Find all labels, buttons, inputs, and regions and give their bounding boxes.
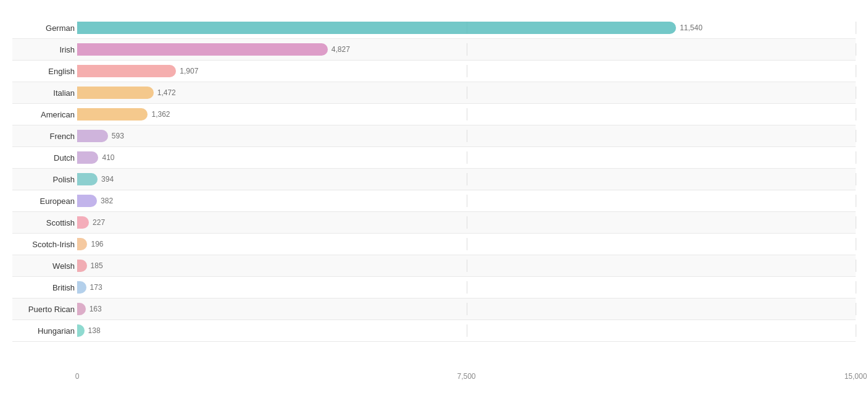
bar-row: Scottish227: [12, 212, 856, 234]
axis-area: 07,50015,000: [77, 372, 856, 384]
bar-fill: 163: [77, 303, 86, 315]
bar-row: European382: [12, 190, 856, 212]
bar-row: German11,540: [12, 17, 856, 39]
bar-row: Dutch410: [12, 147, 856, 169]
bar-track: 1,362: [77, 108, 856, 121]
bar-value-label: 410: [102, 153, 114, 162]
bar-value-label: 4,827: [332, 45, 350, 54]
bar-value-label: 196: [91, 240, 103, 248]
axis-label: 15,000: [845, 372, 867, 381]
bar-label: German: [12, 23, 77, 33]
bar-value-label: 11,540: [680, 23, 703, 32]
bar-track: 382: [77, 195, 856, 207]
bar-fill: 382: [77, 195, 97, 207]
bar-value-label: 185: [91, 261, 103, 270]
bar-row: Italian1,472: [12, 82, 856, 104]
bar-row: Puerto Rican163: [12, 298, 856, 320]
bar-label: Scottish: [12, 218, 77, 227]
bar-track: 173: [77, 281, 856, 294]
bar-row: Scotch-Irish196: [12, 234, 856, 255]
bar-track: 196: [77, 238, 856, 250]
bar-label: French: [12, 132, 77, 141]
bar-label: Italian: [12, 88, 77, 98]
bar-fill: 1,907: [77, 65, 176, 77]
bar-row: British173: [12, 277, 856, 298]
bar-value-label: 227: [93, 218, 105, 227]
bar-label: Polish: [12, 175, 77, 184]
bar-label: Irish: [12, 45, 77, 54]
bar-value-label: 394: [101, 175, 114, 184]
bar-fill: 173: [77, 281, 86, 294]
bar-track: 593: [77, 130, 856, 142]
bar-label: Dutch: [12, 153, 77, 163]
bar-row: American1,362: [12, 104, 856, 125]
bar-value-label: 593: [112, 132, 124, 140]
bar-label: Hungarian: [12, 326, 77, 336]
bar-fill: 4,827: [77, 43, 328, 56]
bar-track: 410: [77, 151, 856, 164]
bar-value-label: 173: [90, 283, 102, 292]
bar-value-label: 163: [90, 305, 102, 313]
bar-track: 138: [77, 324, 856, 337]
axis-label: 7,500: [457, 372, 475, 381]
bar-track: 163: [77, 303, 856, 315]
bar-row: French593: [12, 125, 856, 147]
chart-container: German11,540Irish4,827English1,907Italia…: [0, 0, 868, 398]
bar-label: Welsh: [12, 261, 77, 271]
bar-track: 1,907: [77, 65, 856, 77]
bar-row: Welsh185: [12, 255, 856, 277]
bar-label: English: [12, 67, 77, 76]
bar-track: 394: [77, 173, 856, 185]
bar-track: 4,827: [77, 43, 856, 56]
bar-row: English1,907: [12, 61, 856, 82]
bar-row: Irish4,827: [12, 39, 856, 61]
bar-label: Puerto Rican: [12, 305, 77, 314]
bar-fill: 11,540: [77, 22, 676, 34]
bar-track: 227: [77, 216, 856, 229]
bar-row: Polish394: [12, 169, 856, 190]
bar-label: European: [12, 197, 77, 206]
bar-fill: 196: [77, 238, 87, 250]
bar-fill: 1,472: [77, 87, 154, 99]
bar-label: Scotch-Irish: [12, 240, 77, 249]
bar-fill: 138: [77, 324, 85, 337]
bar-value-label: 1,907: [180, 67, 198, 75]
bar-label: British: [12, 283, 77, 292]
bar-fill: 227: [77, 216, 89, 229]
bar-track: 1,472: [77, 87, 856, 99]
bar-value-label: 1,362: [151, 110, 170, 119]
bar-row: Hungarian138: [12, 320, 856, 342]
bar-value-label: 382: [101, 197, 113, 205]
bar-value-label: 1,472: [157, 88, 176, 97]
bar-label: American: [12, 110, 77, 119]
bar-track: 185: [77, 260, 856, 272]
bar-fill: 394: [77, 173, 98, 185]
bars-area: German11,540Irish4,827English1,907Italia…: [12, 17, 856, 370]
bar-fill: 185: [77, 260, 87, 272]
bar-fill: 593: [77, 130, 108, 142]
axis-label: 0: [75, 372, 80, 381]
bar-track: 11,540: [77, 22, 856, 34]
bar-value-label: 138: [88, 326, 101, 335]
bar-fill: 410: [77, 151, 98, 164]
bar-fill: 1,362: [77, 108, 148, 121]
